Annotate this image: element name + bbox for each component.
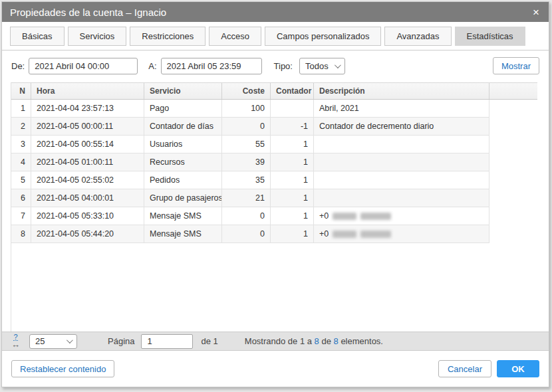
cell: 2021-04-05 05:44:20: [31, 225, 144, 243]
cell-filler: [489, 100, 537, 118]
reset-content-button[interactable]: Restablecer contenido: [11, 360, 114, 377]
tab-estadisticas[interactable]: Estadísticas: [455, 27, 525, 46]
tab-acceso[interactable]: Acceso: [209, 27, 261, 46]
cell-filler: [489, 118, 537, 136]
cell: Contador de días: [144, 118, 222, 136]
date-from-input[interactable]: [29, 58, 138, 74]
redacted-phone-segment: [333, 231, 356, 238]
cell: 100: [222, 100, 271, 118]
cell: Grupo de pasajeros: [144, 189, 222, 207]
cell: Recursos: [144, 153, 222, 171]
cell-descripcion: [314, 171, 489, 189]
cell-descripcion: [314, 189, 489, 207]
type-select-value: Todos: [305, 61, 329, 71]
column-header-filler: [489, 83, 537, 99]
column-header-contador: Contador: [271, 83, 314, 99]
cell: 5: [11, 171, 31, 189]
cell: 21: [222, 189, 271, 207]
table-row[interactable]: 12021-04-04 23:57:13Pago100Abril, 2021: [11, 100, 537, 118]
cell: 2021-04-05 00:55:14: [31, 136, 144, 153]
cell: 1: [11, 100, 31, 118]
table-header: NHoraServicioCosteContadorDescripción: [11, 82, 537, 100]
items-summary: Mostrando de 1 a 8 de 8 elementos.: [245, 336, 383, 346]
redacted-phone-segment: [360, 213, 391, 220]
cell: 1: [271, 136, 314, 153]
page-label: Página: [108, 336, 134, 346]
cell: Pago: [144, 100, 222, 118]
date-to-input[interactable]: [161, 58, 262, 74]
cell: 2021-04-05 02:55:02: [31, 171, 144, 189]
type-select[interactable]: Todos: [299, 58, 345, 74]
cell: 1: [271, 171, 314, 189]
column-header-coste: Coste: [222, 83, 271, 99]
table-row[interactable]: 72021-04-05 05:33:10Mensaje SMS01+0: [11, 207, 537, 225]
table-row[interactable]: 42021-04-05 01:00:11Recursos391: [11, 153, 537, 171]
cell: 2021-04-05 01:00:11: [31, 153, 144, 171]
page-size-value: 25: [35, 336, 45, 346]
cell: 6: [11, 189, 31, 207]
cell: Usuarios: [144, 136, 222, 153]
cancel-button[interactable]: Cancelar: [438, 360, 491, 377]
filter-bar: De: A: Tipo: Todos Mostrar: [2, 50, 549, 81]
to-label: A:: [148, 61, 156, 71]
cell: 2021-04-05 00:00:11: [31, 118, 144, 136]
close-icon[interactable]: ×: [531, 7, 541, 18]
cell: Mensaje SMS: [144, 225, 222, 243]
cell: 2: [11, 118, 31, 136]
cell: 0: [222, 118, 271, 136]
redacted-phone-segment: [333, 213, 356, 220]
cell-descripcion: +0: [314, 225, 489, 243]
cell: 8: [11, 225, 31, 243]
cell: 0: [222, 225, 271, 243]
cell-filler: [489, 153, 537, 171]
cell-filler: [489, 225, 537, 243]
tab-restricciones[interactable]: Restricciones: [130, 27, 206, 46]
screen: Propiedades de la cuenta – Ignacio × Bás…: [0, 0, 552, 392]
cell: 55: [222, 136, 271, 153]
table-body: 12021-04-04 23:57:13Pago100Abril, 202122…: [11, 100, 537, 243]
page-number-input[interactable]: [141, 334, 193, 349]
cell: 3: [11, 136, 31, 153]
cell-descripcion: Contador de decremento diario: [314, 118, 489, 136]
cell-descripcion: [314, 153, 489, 171]
cell: 2021-04-04 23:57:13: [31, 100, 144, 118]
table-row[interactable]: 32021-04-05 00:55:14Usuarios551: [11, 136, 537, 153]
cell: [271, 100, 314, 118]
statistics-table: NHoraServicioCosteContadorDescripción 12…: [11, 82, 537, 332]
show-button[interactable]: Mostrar: [493, 57, 539, 74]
cell-filler: [489, 136, 537, 153]
redacted-phone-segment: [360, 231, 391, 238]
table-row[interactable]: 22021-04-05 00:00:11Contador de días0-1C…: [11, 118, 537, 136]
cell-descripcion: +0: [314, 207, 489, 225]
cell: 0: [222, 207, 271, 225]
cell: 1: [271, 189, 314, 207]
cell: Pedidos: [144, 171, 222, 189]
account-properties-dialog: Propiedades de la cuenta – Ignacio × Bás…: [1, 1, 549, 387]
from-label: De:: [11, 61, 25, 71]
chevron-down-icon: [67, 337, 73, 343]
tab-campos-personalizados[interactable]: Campos personalizados: [265, 27, 381, 46]
cell: 2021-04-05 04:00:01: [31, 189, 144, 207]
dialog-footer: Restablecer contenido Cancelar OK: [2, 351, 549, 387]
table-row[interactable]: 82021-04-05 05:44:20Mensaje SMS01+0: [11, 225, 537, 243]
type-label: Tipo:: [274, 61, 293, 71]
cell: 2021-04-05 05:33:10: [31, 207, 144, 225]
table-row[interactable]: 52021-04-05 02:55:02Pedidos351: [11, 171, 537, 189]
table-row[interactable]: 62021-04-05 04:00:01Grupo de pasajeros21…: [11, 189, 537, 207]
cell-descripcion: [314, 136, 489, 153]
tab-basicas[interactable]: Básicas: [10, 27, 65, 46]
cell: 39: [222, 153, 271, 171]
cell: Mensaje SMS: [144, 207, 222, 225]
tab-bar: BásicasServiciosRestriccionesAccesoCampo…: [2, 22, 549, 50]
tab-servicios[interactable]: Servicios: [68, 27, 127, 46]
tab-avanzadas[interactable]: Avanzadas: [384, 27, 451, 46]
chevron-down-icon: [335, 62, 341, 68]
page-of-label: de 1: [201, 336, 217, 346]
cell-filler: [489, 189, 537, 207]
fit-columns-icon[interactable]: ? ↔: [11, 334, 20, 348]
cell-descripcion: Abril, 2021: [314, 100, 489, 118]
ok-button[interactable]: OK: [497, 360, 539, 377]
page-size-select[interactable]: 25: [29, 334, 77, 349]
dialog-titlebar: Propiedades de la cuenta – Ignacio ×: [2, 2, 549, 22]
cell: 35: [222, 171, 271, 189]
